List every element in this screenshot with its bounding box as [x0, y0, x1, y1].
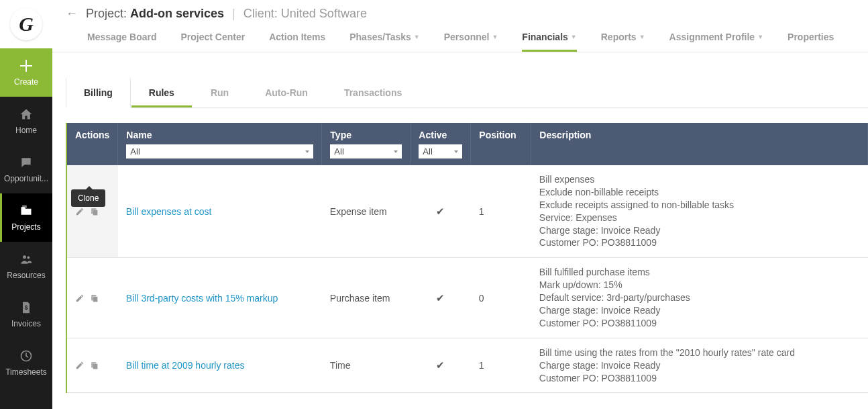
clone-icon[interactable]	[90, 293, 99, 303]
filter-name[interactable]: All	[126, 144, 313, 158]
check-icon: ✔	[436, 292, 445, 304]
chevron-down-icon: ▼	[414, 34, 420, 40]
back-arrow-icon[interactable]: ←	[66, 7, 78, 21]
subtab[interactable]: Rules	[131, 78, 193, 107]
nav-opportunities[interactable]: Opportunit...	[0, 145, 52, 193]
cell-description: Bill time using the rates from the "2010…	[531, 338, 868, 393]
chevron-down-icon: ▼	[492, 34, 498, 40]
topnav-item[interactable]: Reports▼	[601, 26, 645, 52]
svg-rect-8	[93, 296, 98, 302]
cell-type: Expense item	[322, 165, 411, 258]
cell-actions	[66, 338, 118, 393]
chevron-down-icon: ▼	[571, 34, 577, 40]
people-icon	[19, 252, 34, 267]
check-icon: ✔	[436, 206, 445, 217]
topnav-item[interactable]: Financials▼	[522, 26, 576, 52]
svg-rect-6	[93, 210, 98, 215]
project-topnav: Message BoardProject CenterAction ItemsP…	[66, 26, 855, 52]
svg-text:$: $	[25, 304, 28, 311]
topnav-item[interactable]: Personnel▼	[444, 26, 498, 52]
topnav-item[interactable]: Action Items	[269, 26, 325, 52]
th-active: Active All	[411, 123, 471, 165]
breadcrumb-project: Project: Add-on services	[86, 7, 224, 21]
cell-type: Purchase item	[322, 258, 411, 338]
brand-logo[interactable]: G	[0, 0, 52, 48]
clock-icon	[19, 349, 34, 363]
cell-active: ✔	[411, 338, 471, 393]
clone-icon[interactable]	[90, 207, 99, 216]
svg-point-2	[27, 257, 30, 259]
nav-resources[interactable]: Resources	[0, 242, 52, 290]
table-row: CloneBill expenses at costExpense item✔1…	[66, 165, 868, 258]
topnav-item[interactable]: Message Board	[87, 26, 156, 52]
rules-table: Actions Name All Type All Active All	[66, 123, 868, 393]
rule-name-link[interactable]: Bill 3rd-party costs with 15% markup	[126, 293, 278, 304]
nav-invoices[interactable]: $ Invoices	[0, 290, 52, 338]
home-icon	[19, 107, 34, 122]
cell-description: Bill expensesExclude non-billable receip…	[531, 165, 868, 258]
nav-create-label: Create	[14, 77, 38, 87]
nav-timesheets[interactable]: Timesheets	[0, 338, 52, 387]
svg-rect-0	[22, 206, 27, 208]
cell-type: Time	[322, 338, 411, 393]
nav-home[interactable]: Home	[0, 97, 52, 145]
breadcrumb: ← Project: Add-on services | Client: Uni…	[66, 7, 855, 21]
topnav-item[interactable]: Phases/Tasks▼	[349, 26, 420, 52]
topnav-item[interactable]: Properties	[788, 26, 834, 52]
subtab[interactable]: Auto-Run	[247, 78, 326, 107]
filter-active[interactable]: All	[419, 144, 462, 158]
clone-icon[interactable]	[90, 361, 99, 370]
plus-icon	[19, 58, 34, 73]
th-actions: Actions	[66, 123, 118, 165]
cell-position: 1	[471, 338, 531, 393]
cell-position: 0	[471, 258, 531, 338]
cell-active: ✔	[411, 165, 471, 258]
chevron-down-icon: ▼	[757, 34, 763, 40]
invoice-icon: $	[19, 300, 34, 315]
topbar: ← Project: Add-on services | Client: Uni…	[52, 0, 868, 52]
rule-name-link[interactable]: Bill expenses at cost	[126, 206, 212, 217]
cell-description: Bill fulfilled purchase itemsMark up/dow…	[531, 258, 868, 338]
brand-logo-circle: G	[10, 8, 42, 40]
filter-type[interactable]: All	[330, 144, 402, 158]
cell-actions: Clone	[66, 165, 118, 258]
nav-create[interactable]: Create	[0, 48, 52, 97]
th-description: Description	[531, 123, 868, 165]
subtab[interactable]: Run	[193, 78, 247, 107]
cell-position: 1	[471, 165, 531, 258]
chevron-down-icon: ▼	[639, 34, 645, 40]
topnav-item[interactable]: Project Center	[180, 26, 245, 52]
cell-actions	[66, 258, 118, 338]
billing-subtabs: BillingRulesRunAuto-RunTransactions	[66, 78, 868, 108]
th-name: Name All	[118, 123, 322, 165]
edit-icon[interactable]	[75, 207, 85, 216]
rule-name-link[interactable]: Bill time at 2009 hourly rates	[126, 360, 245, 371]
svg-point-1	[23, 255, 26, 259]
chat-icon	[19, 155, 34, 170]
subtab[interactable]: Billing	[66, 78, 131, 108]
topnav-item[interactable]: Assignment Profile▼	[669, 26, 764, 52]
left-sidebar: G Create Home Opportunit... Projects	[0, 0, 52, 409]
table-row: Bill time at 2009 hourly ratesTime✔1Bill…	[66, 338, 868, 393]
nav-projects[interactable]: Projects	[0, 193, 52, 242]
table-row: Bill 3rd-party costs with 15% markupPurc…	[66, 258, 868, 338]
breadcrumb-client: Client: United Software	[243, 7, 367, 21]
subtab[interactable]: Transactions	[326, 78, 420, 107]
cell-active: ✔	[411, 258, 471, 338]
th-type: Type All	[322, 123, 411, 165]
folder-icon	[19, 203, 34, 218]
svg-rect-10	[93, 364, 98, 369]
edit-icon[interactable]	[75, 293, 85, 303]
tooltip-clone: Clone	[71, 189, 105, 207]
th-position: Position	[471, 123, 531, 165]
edit-icon[interactable]	[75, 361, 85, 370]
check-icon: ✔	[436, 359, 445, 371]
